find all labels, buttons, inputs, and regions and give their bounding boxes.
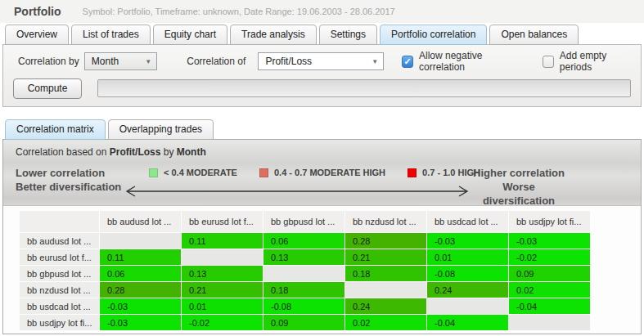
checkbox-icon[interactable]: ✓ bbox=[543, 56, 554, 68]
chevron-down-icon: ▼ bbox=[372, 58, 378, 65]
tab-overview[interactable]: Overview bbox=[5, 25, 69, 45]
checkbox-icon[interactable]: ✓ bbox=[402, 56, 413, 68]
matrix-value-cell: -0.03 bbox=[100, 315, 181, 330]
matrix-diagonal-cell bbox=[263, 266, 345, 281]
subtab-overlapping-trades[interactable]: Overlapping trades bbox=[108, 119, 214, 140]
matrix-column-header: bb nzdusd lot ... bbox=[345, 211, 426, 232]
legend-swatch-icon bbox=[408, 168, 417, 177]
higher-correlation-line1: Higher correlation bbox=[470, 166, 568, 180]
correlation-panel: Correlation based on Profit/Loss by Mont… bbox=[2, 139, 642, 334]
correlation-by-value: Month bbox=[92, 56, 119, 67]
legend-row: Lower correlation Better diversification… bbox=[3, 163, 641, 205]
matrix-row: bb usdcad lot ...-0.030.01-0.080.24-0.04 bbox=[20, 298, 590, 314]
matrix-value-cell: -0.03 bbox=[427, 233, 508, 249]
matrix-value-cell: 0.18 bbox=[263, 282, 345, 298]
matrix-value-cell: 0.21 bbox=[182, 282, 263, 298]
tab-list-of-trades[interactable]: List of trades bbox=[71, 25, 151, 45]
page-subtitle: Symbol: Portfolio, Timeframe: unknown, D… bbox=[83, 7, 395, 16]
matrix-column-header: bb gbpusd lot ... bbox=[263, 211, 345, 232]
add-empty-periods-label: Add empty periods bbox=[560, 50, 634, 73]
correlation-by-label: Correlation by bbox=[18, 56, 84, 67]
tab-settings[interactable]: Settings bbox=[319, 25, 377, 45]
matrix-row-label: bb audusd lot ... bbox=[20, 233, 99, 249]
matrix-value-cell: -0.02 bbox=[182, 315, 263, 330]
matrix-column-header: bb usdjpy lot fi... bbox=[509, 211, 590, 232]
matrix-row-label: bb nzdusd lot ... bbox=[20, 282, 99, 298]
matrix-value-cell: -0.04 bbox=[427, 315, 508, 330]
matrix-value-cell: -0.02 bbox=[509, 249, 590, 265]
matrix-value-cell: 0.13 bbox=[182, 266, 263, 281]
legend-swatch-icon bbox=[259, 168, 268, 177]
matrix-value-cell: 0.02 bbox=[345, 315, 426, 330]
matrix-value-cell: 0.28 bbox=[100, 282, 181, 298]
better-diversification-line2: Better diversification bbox=[16, 180, 121, 194]
tab-equity-chart[interactable]: Equity chart bbox=[153, 25, 227, 45]
based-on-text: Correlation based on Profit/Loss by Mont… bbox=[3, 140, 641, 158]
matrix-value-cell: 0.11 bbox=[100, 249, 181, 265]
sub-tabs: Correlation matrixOverlapping trades bbox=[0, 119, 644, 140]
correlation-of-label: Correlation of bbox=[187, 56, 250, 67]
matrix-value-cell: 0.18 bbox=[345, 266, 426, 281]
matrix-value-cell: 0.28 bbox=[345, 233, 426, 249]
matrix-value-cell: 0.11 bbox=[182, 233, 263, 249]
main-tabs: OverviewList of tradesEquity chartTrade … bbox=[0, 25, 644, 45]
matrix-corner-cell bbox=[20, 211, 99, 232]
legend-section: Correlation based on Profit/Loss by Mont… bbox=[3, 140, 641, 206]
window-header: Portfolio Symbol: Portfolio, Timeframe: … bbox=[0, 0, 644, 23]
chevron-down-icon: ▼ bbox=[145, 58, 151, 65]
matrix-value-cell: 0.24 bbox=[345, 298, 426, 314]
correlation-by-select[interactable]: Month ▼ bbox=[84, 52, 157, 70]
legend-label: < 0.4 MODERATE bbox=[164, 168, 237, 177]
tab-trade-analysis[interactable]: Trade analysis bbox=[230, 25, 317, 45]
matrix-diagonal-cell bbox=[509, 315, 590, 330]
based-on-period: Month bbox=[177, 146, 206, 158]
matrix-value-cell: 0.09 bbox=[509, 266, 590, 281]
progress-bar bbox=[97, 79, 631, 97]
matrix-row: bb nzdusd lot ...0.280.210.180.240.02 bbox=[20, 282, 590, 298]
compute-button[interactable]: Compute bbox=[13, 78, 82, 99]
matrix-value-cell: 0.13 bbox=[263, 249, 345, 265]
matrix-column-header: bb usdcad lot ... bbox=[427, 211, 508, 232]
subtab-correlation-matrix[interactable]: Correlation matrix bbox=[5, 119, 106, 140]
matrix-diagonal-cell bbox=[100, 233, 181, 249]
tab-portfolio-correlation[interactable]: Portfolio correlation bbox=[380, 25, 487, 45]
matrix-value-cell: 0.02 bbox=[509, 282, 590, 298]
correlation-controls-panel: Correlation by Month ▼ Correlation of Pr… bbox=[2, 44, 642, 107]
add-empty-periods-checkbox[interactable]: ✓ Add empty periods bbox=[543, 50, 634, 73]
matrix-row-label: bb eurusd lot f... bbox=[20, 249, 99, 265]
allow-negative-correlation-checkbox[interactable]: ✓ Allow negative correlation bbox=[402, 50, 521, 73]
matrix-diagonal-cell bbox=[345, 282, 426, 298]
based-on-prefix: Correlation based on bbox=[16, 146, 110, 158]
tab-open-balances[interactable]: Open balances bbox=[489, 25, 579, 45]
matrix-value-cell: -0.04 bbox=[509, 298, 590, 314]
based-on-measure: Profit/Loss bbox=[110, 146, 161, 158]
portfolio-window: Portfolio Symbol: Portfolio, Timeframe: … bbox=[0, 0, 644, 336]
legend-item: < 0.4 MODERATE bbox=[149, 168, 237, 177]
matrix-row: bb eurusd lot f...0.110.130.210.01-0.02 bbox=[20, 249, 590, 265]
matrix-value-cell: -0.03 bbox=[509, 233, 590, 249]
legend-swatch-icon bbox=[149, 168, 158, 177]
matrix-row: bb usdjpy lot fi...-0.03-0.020.090.02-0.… bbox=[20, 315, 590, 330]
legend-label: 0.4 - 0.7 MODERATE HIGH bbox=[274, 168, 385, 177]
correlation-matrix: bb audusd lot ...bb eurusd lot f...bb gb… bbox=[3, 206, 641, 331]
matrix-value-cell: -0.08 bbox=[263, 298, 345, 314]
legend: < 0.4 MODERATE0.4 - 0.7 MODERATE HIGH0.7… bbox=[149, 168, 502, 177]
worse-diversification-line2: Worse diversification bbox=[470, 180, 568, 208]
matrix-value-cell: 0.09 bbox=[263, 315, 345, 330]
matrix-header-row: bb audusd lot ...bb eurusd lot f...bb gb… bbox=[20, 211, 590, 232]
allow-negative-correlation-label: Allow negative correlation bbox=[419, 50, 521, 73]
matrix-value-cell: 0.24 bbox=[427, 282, 508, 298]
matrix-diagonal-cell bbox=[182, 249, 263, 265]
lower-correlation-note: Lower correlation Better diversification bbox=[16, 166, 121, 194]
matrix-diagonal-cell bbox=[427, 298, 508, 314]
correlation-of-select[interactable]: Profit/Loss ▼ bbox=[258, 52, 384, 70]
matrix-value-cell: 0.01 bbox=[182, 298, 263, 314]
matrix-column-header: bb eurusd lot f... bbox=[182, 211, 263, 232]
matrix-value-cell: 0.01 bbox=[427, 249, 508, 265]
matrix-row: bb audusd lot ...0.110.060.28-0.03-0.03 bbox=[20, 233, 590, 249]
legend-item: 0.4 - 0.7 MODERATE HIGH bbox=[259, 168, 385, 177]
matrix-row-label: bb usdcad lot ... bbox=[20, 298, 99, 314]
page-title: Portfolio bbox=[14, 5, 61, 18]
compute-row: Compute bbox=[10, 78, 634, 99]
matrix-value-cell: 0.06 bbox=[263, 233, 345, 249]
